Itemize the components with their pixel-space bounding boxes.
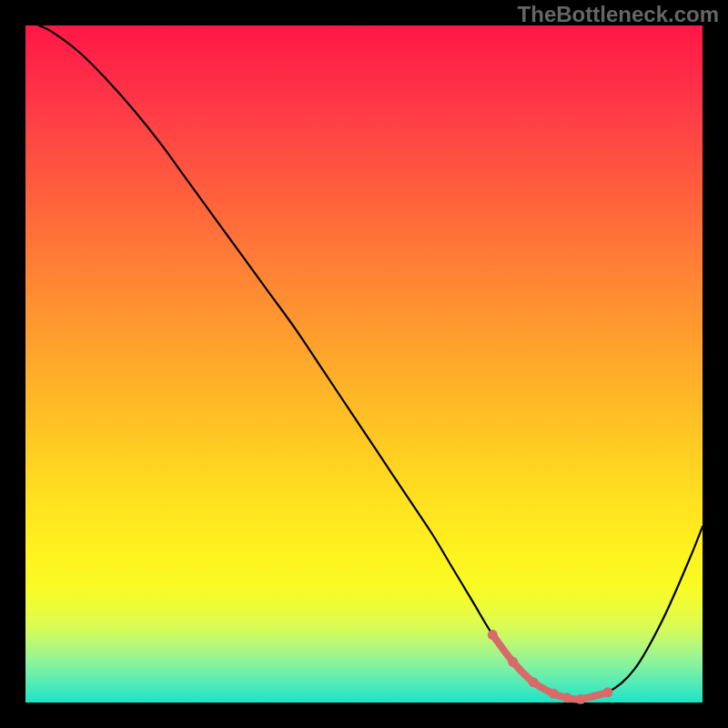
watermark-text: TheBottleneck.com bbox=[518, 2, 719, 27]
chart-frame: TheBottleneck.com bbox=[0, 0, 728, 728]
bottleneck-curve bbox=[39, 25, 703, 700]
optimal-point bbox=[576, 694, 586, 704]
optimal-point bbox=[602, 687, 612, 697]
optimal-point bbox=[562, 693, 572, 703]
optimal-point bbox=[508, 657, 518, 667]
optimal-region-line bbox=[492, 635, 607, 700]
plot-area bbox=[25, 25, 703, 703]
chart-svg bbox=[25, 25, 703, 703]
optimal-point bbox=[549, 689, 559, 699]
optimal-point bbox=[488, 630, 498, 640]
optimal-point bbox=[529, 677, 539, 687]
